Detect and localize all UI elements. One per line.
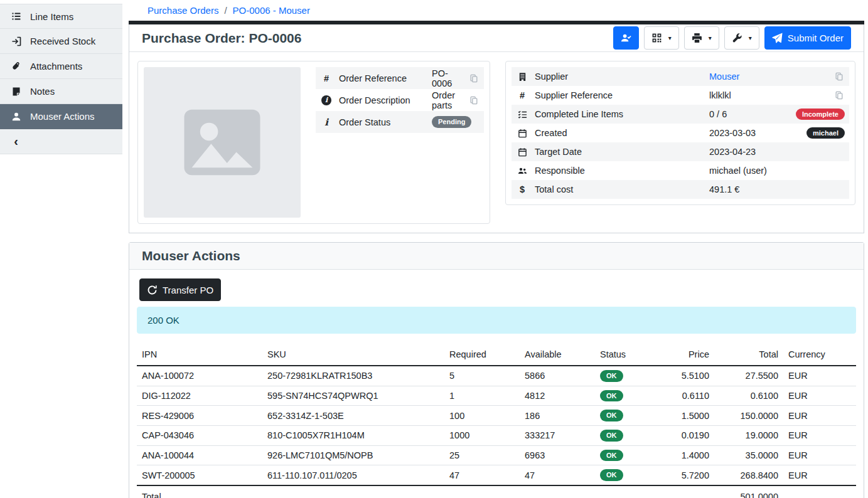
breadcrumb-link-purchase-orders[interactable]: Purchase Orders — [147, 5, 218, 16]
cell-currency: EUR — [783, 366, 856, 386]
col-header-status: Status — [595, 346, 658, 366]
detail-label: Order Status — [339, 117, 426, 127]
purchase-order-panel: Purchase Order: PO-0006 ▾ — [129, 24, 864, 233]
cell-ipn: DIG-112022 — [137, 386, 262, 406]
sidebar-item-attachments[interactable]: Attachments — [0, 54, 122, 79]
detail-row-created: Created 2023-03-03 michael — [512, 124, 849, 142]
cell-ipn: ANA-100044 — [137, 445, 262, 465]
refresh-icon — [147, 285, 158, 295]
cell-ipn: CAP-043046 — [137, 425, 262, 445]
detail-row-completed-line-items: Completed Line Items 0 / 6 Incomplete — [512, 105, 849, 124]
cell-total: 27.5500 — [714, 366, 783, 386]
cell-price: 5.7200 — [658, 465, 714, 485]
detail-row-target-date: Target Date 2023-04-23 — [512, 142, 849, 161]
cell-price: 5.5100 — [658, 366, 714, 386]
sidebar-collapse-button[interactable]: ‹ — [0, 129, 122, 154]
transfer-po-button[interactable]: Transfer PO — [139, 278, 221, 301]
parts-table: IPN SKU Required Available Status Price … — [137, 346, 856, 498]
detail-row-supplier-reference: # Supplier Reference lklklkl — [512, 86, 849, 105]
cell-sku: 926-LMC7101QM5/NOPB — [262, 445, 444, 465]
copy-button[interactable] — [833, 72, 845, 81]
app-root: Line Items Received Stock Attachments No… — [0, 0, 868, 498]
table-row[interactable]: ANA-100044 926-LMC7101QM5/NOPB 25 6963 O… — [137, 445, 856, 465]
cell-ipn: ANA-100072 — [137, 366, 262, 386]
detail-label: Supplier Reference — [535, 90, 703, 100]
detail-value: PO-0006 — [432, 68, 462, 88]
submit-order-button[interactable]: Submit Order — [764, 26, 851, 50]
cell-available: 6963 — [520, 445, 595, 465]
cell-status: OK — [595, 425, 658, 445]
transfer-po-label: Transfer PO — [163, 285, 213, 295]
col-header-price: Price — [658, 346, 714, 366]
list-icon — [10, 11, 22, 22]
status-ok-badge: OK — [600, 450, 623, 462]
cell-available: 186 — [520, 406, 595, 426]
order-image-placeholder[interactable] — [144, 67, 301, 218]
detail-value: Pending — [432, 116, 480, 128]
detail-label: Target Date — [535, 147, 703, 157]
building-icon — [516, 72, 528, 82]
main-content: Purchase Orders / PO-0006 - Mouser Purch… — [122, 0, 868, 498]
barcode-actions-button[interactable]: ▾ — [644, 26, 679, 50]
sidebar: Line Items Received Stock Attachments No… — [0, 0, 122, 498]
cell-currency: EUR — [783, 465, 856, 485]
sidebar-item-received-stock[interactable]: Received Stock — [0, 29, 122, 54]
table-row[interactable]: ANA-100072 250-72981KLRATR150B3 5 5866 O… — [137, 366, 856, 386]
status-ok-badge: OK — [600, 410, 623, 421]
col-header-currency: Currency — [783, 346, 856, 366]
cell-total: 35.0000 — [714, 445, 783, 465]
sidebar-item-line-items[interactable]: Line Items — [0, 4, 122, 29]
paperclip-icon — [10, 61, 22, 72]
dollar-icon: $ — [516, 184, 528, 194]
purchase-order-panel-body: # Order Reference PO-0006 i Order Descri… — [129, 52, 864, 233]
order-actions-button[interactable]: ▾ — [724, 26, 759, 50]
cell-price: 1.4000 — [658, 445, 714, 465]
cell-total: 0.6100 — [714, 386, 783, 406]
chevron-down-icon: ▾ — [668, 34, 672, 41]
col-header-ipn: IPN — [137, 346, 262, 366]
print-actions-button[interactable]: ▾ — [684, 26, 719, 50]
cell-required: 5 — [444, 366, 520, 386]
col-header-total: Total — [714, 346, 783, 366]
supplier-link[interactable]: Mouser — [709, 72, 739, 82]
detail-row-order-status: i Order Status Pending — [316, 111, 484, 133]
cell-available: 4812 — [520, 386, 595, 406]
table-row[interactable]: SWT-200005 611-110.107.011/0205 47 47 OK… — [137, 465, 856, 485]
parts-table-footer: Total 501.0000 — [137, 485, 856, 498]
copy-button[interactable] — [833, 91, 845, 100]
hash-icon: # — [516, 90, 528, 100]
status-ok-badge: OK — [600, 370, 623, 382]
mouser-actions-title: Mouser Actions — [142, 248, 240, 263]
table-row[interactable]: DIG-112022 595-SN74HCS74QPWRQ1 1 4812 OK… — [137, 386, 856, 406]
cell-available: 47 — [520, 465, 595, 485]
cell-sku: 810-C1005X7R1H104M — [262, 425, 444, 445]
hash-icon: # — [320, 73, 333, 83]
issue-order-button[interactable] — [613, 26, 639, 50]
detail-value: michael (user) — [709, 166, 845, 176]
copy-button[interactable] — [468, 96, 480, 105]
note-icon — [10, 86, 22, 97]
detail-label: Created — [535, 128, 703, 138]
cell-required: 100 — [444, 406, 520, 426]
detail-row-total-cost: $ Total cost 491.1 € — [512, 180, 849, 199]
detail-label: Supplier — [535, 72, 703, 82]
detail-value: lklklkl — [709, 90, 827, 100]
detail-row-order-description: i Order Description Order parts — [316, 89, 484, 111]
cell-total: 19.0000 — [714, 425, 783, 445]
cell-price: 1.5000 — [658, 406, 714, 426]
sidebar-item-notes[interactable]: Notes — [0, 79, 122, 104]
chevron-down-icon: ▾ — [709, 34, 712, 41]
cell-sku: 595-SN74HCS74QPWRQ1 — [262, 386, 444, 406]
copy-button[interactable] — [468, 74, 480, 83]
status-alert: 200 OK — [137, 307, 856, 334]
wrench-icon — [732, 33, 742, 43]
mouser-actions-panel-body: Transfer PO 200 OK IPN SKU Required Avai… — [129, 270, 864, 498]
table-row[interactable]: RES-429006 652-3314Z-1-503E 100 186 OK 1… — [137, 406, 856, 426]
cell-price: 0.6110 — [658, 386, 714, 406]
sidebar-item-mouser-actions[interactable]: Mouser Actions — [0, 104, 122, 129]
sidebar-item-label: Received Stock — [30, 36, 95, 46]
cell-ipn: SWT-200005 — [137, 465, 262, 485]
breadcrumb-link-po-0006[interactable]: PO-0006 - Mouser — [233, 5, 310, 16]
table-row[interactable]: CAP-043046 810-C1005X7R1H104M 1000 33321… — [137, 425, 856, 445]
order-status-badge: Pending — [432, 116, 471, 128]
